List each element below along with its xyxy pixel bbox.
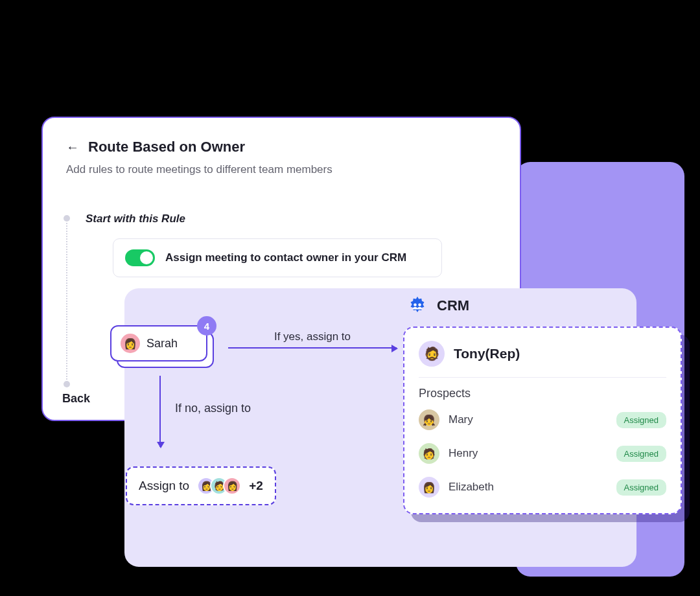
back-button[interactable]: Back xyxy=(62,392,90,406)
svg-point-1 xyxy=(418,303,421,306)
svg-point-0 xyxy=(414,303,417,306)
flow-no-label: If no, assign to xyxy=(175,402,292,415)
rep-name: Tony(Rep) xyxy=(454,346,520,361)
rule-section-label: Start with this Rule xyxy=(86,212,185,225)
toggle-assign-owner[interactable] xyxy=(125,249,155,266)
avatar: 👩 xyxy=(419,477,439,498)
contact-count-badge: 4 xyxy=(197,316,216,336)
avatar: 🧑 xyxy=(419,443,439,464)
timeline xyxy=(64,215,71,387)
status-badge: Assigned xyxy=(616,446,666,462)
timeline-dot xyxy=(64,381,70,387)
avatar: 👩 xyxy=(223,477,241,495)
prospect-name: Henry xyxy=(449,447,607,460)
page-subtitle: Add rules to route meetings to different… xyxy=(66,163,496,176)
crm-title: CRM xyxy=(437,297,469,314)
rule-box: Assign meeting to contact owner in your … xyxy=(113,238,442,277)
status-badge: Assigned xyxy=(616,479,666,496)
toggle-label: Assign meeting to contact owner in your … xyxy=(165,251,406,264)
avatar: 👧 xyxy=(419,409,439,430)
contact-name: Sarah xyxy=(146,337,178,350)
status-badge: Assigned xyxy=(616,412,666,428)
prospects-heading: Prospects xyxy=(419,387,666,400)
timeline-line xyxy=(66,223,67,380)
contact-chip[interactable]: 👩 Sarah 4 xyxy=(110,325,207,361)
gear-group-icon xyxy=(406,294,429,317)
flow-arrow-no: If no, assign to xyxy=(157,376,161,447)
flow-arrow-yes: If yes, assign to xyxy=(228,330,397,349)
avatar: 🧔 xyxy=(419,341,445,367)
arrow-icon xyxy=(228,347,397,349)
toggle-knob xyxy=(140,251,153,264)
timeline-dot xyxy=(64,215,70,222)
assign-extra-count: +2 xyxy=(249,479,263,493)
prospect-row: 🧑 Henry Assigned xyxy=(419,437,666,470)
prospect-row: 👩 Elizabeth Assigned xyxy=(419,470,666,504)
assign-label: Assign to xyxy=(139,479,189,493)
arrow-icon xyxy=(159,376,161,447)
crm-panel: 🧔 Tony(Rep) Prospects 👧 Mary Assigned 🧑 … xyxy=(403,327,682,514)
prospect-name: Mary xyxy=(449,413,607,426)
assign-to-chip[interactable]: Assign to 👩 🧑 👩 +2 xyxy=(126,466,276,505)
avatar: 👩 xyxy=(121,334,140,353)
crm-section: CRM 🧔 Tony(Rep) Prospects 👧 Mary Assigne… xyxy=(403,294,682,514)
page-title: Route Based on Owner xyxy=(88,139,245,155)
prospect-row: 👧 Mary Assigned xyxy=(419,403,666,437)
flow-yes-label: If yes, assign to xyxy=(228,330,397,343)
avatar-stack: 👩 🧑 👩 xyxy=(197,477,241,495)
prospect-name: Elizabeth xyxy=(449,481,607,494)
crm-rep-row: 🧔 Tony(Rep) xyxy=(419,341,666,378)
back-arrow-icon[interactable]: ← xyxy=(66,140,79,155)
